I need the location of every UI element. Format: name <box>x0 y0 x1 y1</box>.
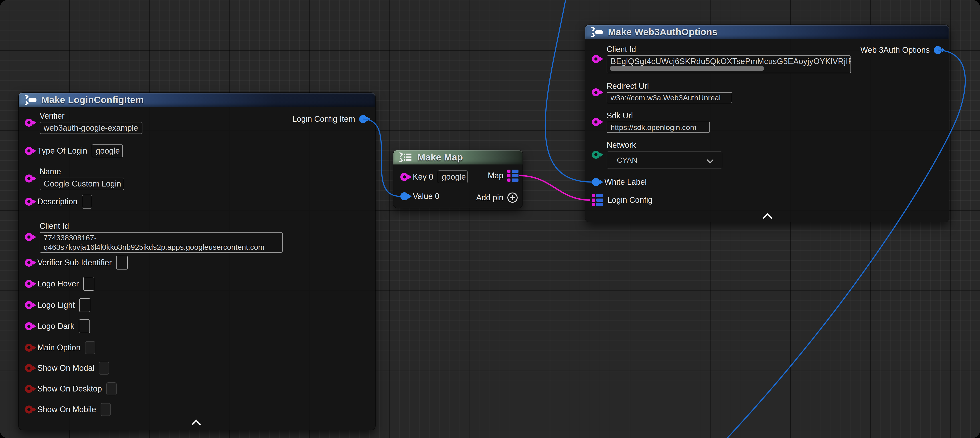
verifier-input[interactable]: web3auth-google-example <box>40 122 142 134</box>
input-pin-client-id[interactable] <box>592 55 600 63</box>
redirect-url-input[interactable]: w3a://com.w3a.Web3AuthUnreal <box>606 92 732 103</box>
node-make-web3auth-options[interactable]: Make Web3AuthOptions Web 3Auth Options C… <box>585 25 949 222</box>
pin-label-show-on-mobile: Show On Mobile <box>37 405 96 414</box>
input-pin-value-0[interactable] <box>400 192 408 200</box>
node-make-login-config-item[interactable]: Make LoginConfigItem Login Config Item V… <box>19 93 375 430</box>
input-pin-main-option[interactable] <box>25 344 33 352</box>
input-pin-name[interactable] <box>25 175 33 183</box>
input-pin-client-id[interactable] <box>25 233 33 241</box>
make-map-icon <box>399 152 413 163</box>
pin-label-key-0: Key 0 <box>413 172 433 182</box>
pin-label-type-of-login: Type Of Login <box>37 146 87 156</box>
pin-label-logo-light: Logo Light <box>37 301 75 310</box>
node-title: Make LoginConfigItem <box>41 95 144 105</box>
output-pin-map-icon[interactable] <box>508 170 519 182</box>
pin-label-name: Name <box>40 167 124 176</box>
collapse-node-button[interactable] <box>192 420 201 426</box>
type-of-login-input[interactable]: google <box>92 145 123 157</box>
show-on-mobile-checkbox[interactable] <box>100 403 111 416</box>
logo-dark-input[interactable] <box>79 319 90 333</box>
input-pin-description[interactable] <box>25 197 33 205</box>
make-struct-icon <box>24 94 37 105</box>
client-id-scrollbar[interactable] <box>610 66 764 71</box>
input-pin-logo-light[interactable] <box>25 301 33 309</box>
input-pin-verifier[interactable] <box>25 119 33 127</box>
pin-label-verifier: Verifier <box>40 111 142 121</box>
description-input[interactable] <box>82 195 92 209</box>
logo-light-input[interactable] <box>79 298 90 312</box>
pin-label-logo-hover: Logo Hover <box>37 279 79 288</box>
input-pin-key-0[interactable] <box>400 173 408 181</box>
node-header-make-login-config-item[interactable]: Make LoginConfigItem <box>19 93 375 107</box>
pin-label-login-config: Login Config <box>608 196 652 205</box>
pin-label-main-option: Main Option <box>37 343 81 352</box>
input-pin-logo-dark[interactable] <box>25 322 33 330</box>
input-pin-show-on-mobile[interactable] <box>25 406 33 414</box>
pin-label-white-label: White Label <box>605 177 647 187</box>
output-pin-web3auth-options[interactable] <box>934 46 942 54</box>
name-input[interactable]: Google Custom Login <box>40 178 124 190</box>
pin-label-verifier-sub-identifier: Verifier Sub Identifier <box>37 258 112 267</box>
blueprint-graph-canvas[interactable]: Make LoginConfigItem Login Config Item V… <box>0 0 980 438</box>
pin-label-logo-dark: Logo Dark <box>37 322 74 331</box>
wire-map-to-login-config[interactable] <box>519 175 590 200</box>
show-on-modal-checkbox[interactable] <box>99 362 109 374</box>
pin-label-client-id: Client Id <box>606 45 851 54</box>
pin-label-client-id: Client Id <box>40 221 283 231</box>
make-struct-icon <box>590 27 603 38</box>
node-header-make-web3auth-options[interactable]: Make Web3AuthOptions <box>585 25 949 39</box>
show-on-desktop-checkbox[interactable] <box>107 382 116 395</box>
node-make-map[interactable]: Make Map Key 0 google Map Value 0 Add pi… <box>393 150 522 208</box>
client-id-text: BEglQSgt4cUWcj6SKRdu5QkOXTsePmMcusG5EAoy… <box>611 57 851 66</box>
client-id-input[interactable]: BEglQSgt4cUWcj6SKRdu5QkOXTsePmMcusG5EAoy… <box>606 56 851 73</box>
output-pin-login-config-item[interactable] <box>359 115 367 123</box>
pin-label-sdk-url: Sdk Url <box>606 111 710 120</box>
input-pin-show-on-desktop[interactable] <box>25 385 33 393</box>
pin-label-login-config-item: Login Config Item <box>293 115 355 124</box>
wire-offscreen-to-white-label[interactable] <box>545 0 592 182</box>
node-header-make-map[interactable]: Make Map <box>393 150 522 164</box>
verifier-sub-identifier-input[interactable] <box>116 256 128 269</box>
sdk-url-input[interactable]: https://sdk.openlogin.com <box>606 122 710 133</box>
input-pin-white-label[interactable] <box>592 178 600 186</box>
add-pin-button[interactable]: + <box>508 193 518 203</box>
chevron-down-icon <box>706 156 713 163</box>
input-pin-type-of-login[interactable] <box>25 147 33 155</box>
add-pin-label: Add pin <box>476 193 503 202</box>
network-dropdown[interactable]: CYAN <box>606 151 722 169</box>
input-pin-redirect-url[interactable] <box>592 88 600 96</box>
node-title: Make Map <box>417 152 463 163</box>
input-pin-show-on-modal[interactable] <box>25 364 33 372</box>
pin-label-description: Description <box>37 197 78 206</box>
client-id-input[interactable]: 774338308167-q463s7kpvja16l4l0kko3nb925i… <box>40 232 283 253</box>
logo-hover-input[interactable] <box>83 277 94 291</box>
key-0-input[interactable]: google <box>438 170 468 183</box>
input-pin-login-config-icon[interactable] <box>592 194 603 206</box>
input-pin-sdk-url[interactable] <box>592 118 600 126</box>
pin-label-map: Map <box>488 171 503 180</box>
pin-label-show-on-desktop: Show On Desktop <box>37 384 102 393</box>
pin-label-web3auth-options: Web 3Auth Options <box>860 45 930 55</box>
pin-label-redirect-url: Redirect Url <box>606 81 732 91</box>
main-option-checkbox[interactable] <box>85 341 95 354</box>
node-title: Make Web3AuthOptions <box>608 27 718 37</box>
network-selected-value: CYAN <box>617 156 637 164</box>
input-pin-verifier-sub-identifier[interactable] <box>25 259 33 267</box>
pin-label-network: Network <box>606 140 722 150</box>
pin-label-show-on-modal: Show On Modal <box>37 363 94 373</box>
input-pin-network[interactable] <box>592 151 600 159</box>
input-pin-logo-hover[interactable] <box>25 280 33 288</box>
pin-label-value-0: Value 0 <box>413 192 439 201</box>
collapse-node-button[interactable] <box>763 214 772 220</box>
